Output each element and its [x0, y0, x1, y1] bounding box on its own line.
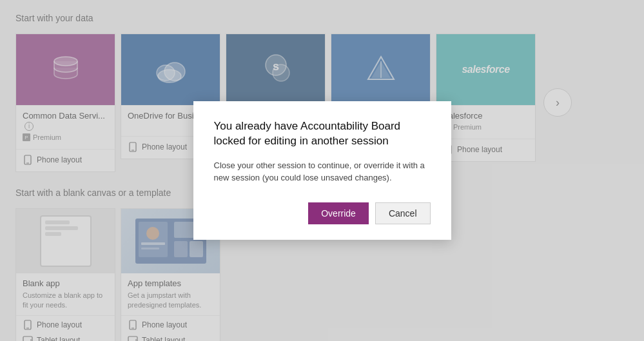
modal-title: You already have Accountability Board lo…	[214, 119, 431, 149]
override-button[interactable]: Override	[308, 202, 369, 224]
modal-actions: Override Cancel	[214, 202, 431, 224]
cancel-button[interactable]: Cancel	[375, 202, 431, 224]
modal-dialog: You already have Accountability Board lo…	[193, 101, 451, 240]
page-wrapper: Start with your data Common Data Servi..…	[0, 0, 644, 341]
modal-description: Close your other session to continue, or…	[214, 159, 431, 184]
modal-overlay: You already have Accountability Board lo…	[0, 0, 644, 341]
